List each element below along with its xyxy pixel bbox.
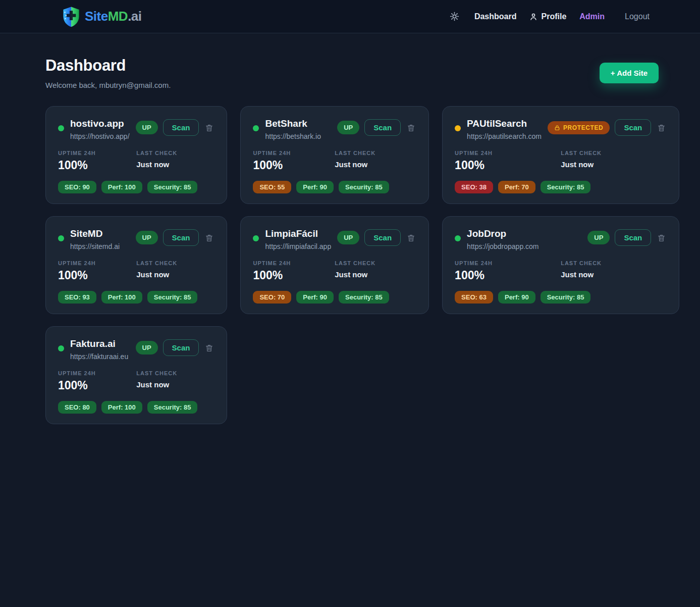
card-header: JobDrop https://jobdropapp.com UP Scan	[455, 228, 667, 250]
trash-icon	[407, 233, 415, 242]
trash-icon	[407, 123, 415, 132]
delete-site-button[interactable]	[406, 232, 416, 243]
status-dot	[58, 125, 64, 131]
uptime-stat: UPTIME 24H 100%	[455, 150, 561, 172]
card-actions: UP Scan	[136, 229, 215, 246]
scan-button[interactable]: Scan	[163, 119, 199, 136]
score-badge: Perf: 90	[296, 181, 334, 193]
protected-badge: PROTECTED	[548, 121, 610, 134]
scan-button[interactable]: Scan	[615, 119, 651, 136]
site-url: https://betshark.io	[265, 132, 331, 140]
up-status-badge: UP	[587, 231, 610, 244]
uptime-value: 100%	[455, 159, 561, 172]
nav-profile-link[interactable]: Profile	[529, 12, 566, 21]
trash-icon	[205, 123, 213, 132]
site-title-block: LimpiaFácil https://limpiafacil.app	[265, 228, 331, 250]
up-status-badge: UP	[136, 121, 158, 134]
welcome-text: Welcome back, mbutryn@gmail.com.	[45, 81, 171, 89]
trash-icon	[657, 123, 666, 132]
score-badge: Security: 85	[147, 181, 198, 193]
scan-button[interactable]: Scan	[615, 229, 651, 246]
uptime-value: 100%	[253, 159, 335, 172]
status-dot	[58, 345, 64, 351]
add-site-button[interactable]: + Add Site	[600, 63, 659, 83]
uptime-label: UPTIME 24H	[455, 260, 561, 266]
last-check-stat: LAST CHECK Just now	[136, 370, 214, 392]
uptime-value: 100%	[58, 379, 136, 392]
site-title-block: BetShark https://betshark.io	[265, 118, 331, 140]
card-header: Faktura.ai https://fakturaai.eu UP Scan	[58, 338, 214, 361]
last-check-stat: LAST CHECK Just now	[335, 150, 416, 172]
site-name: SiteMD	[70, 228, 130, 240]
score-badge: SEO: 63	[455, 291, 493, 304]
score-badges: SEO: 93Perf: 100Security: 85	[58, 291, 214, 304]
uptime-label: UPTIME 24H	[58, 260, 136, 266]
last-check-stat: LAST CHECK Just now	[136, 150, 214, 172]
nav-admin-link[interactable]: Admin	[579, 12, 605, 21]
score-badge: Perf: 90	[498, 291, 535, 304]
scan-button[interactable]: Scan	[364, 229, 401, 246]
card-actions: UP Scan	[136, 339, 215, 356]
status-dot	[455, 125, 461, 131]
site-card: Faktura.ai https://fakturaai.eu UP Scan	[45, 326, 227, 424]
scan-button[interactable]: Scan	[163, 229, 199, 246]
score-badges: SEO: 90Perf: 100Security: 85	[58, 181, 214, 193]
site-card: SiteMD https://sitemd.ai UP Scan	[45, 216, 227, 314]
card-actions: UP Scan	[587, 229, 667, 246]
site-card: hostivo.app https://hostivo.app/ UP Scan	[45, 106, 227, 204]
last-check-stat: LAST CHECK Just now	[136, 260, 214, 282]
card-actions: UP Scan	[337, 119, 416, 136]
uptime-stat: UPTIME 24H 100%	[58, 260, 136, 282]
site-url: https://sitemd.ai	[70, 242, 130, 250]
last-check-value: Just now	[136, 160, 214, 169]
brand-logo[interactable]: SiteMD.ai	[62, 6, 142, 27]
last-check-stat: LAST CHECK Just now	[561, 260, 667, 282]
score-badge: SEO: 80	[58, 401, 96, 414]
score-badge: Perf: 100	[101, 181, 142, 193]
score-badge: Security: 85	[339, 291, 389, 304]
status-dot	[253, 235, 259, 241]
up-status-badge: UP	[337, 231, 359, 244]
delete-site-button[interactable]	[406, 122, 416, 133]
last-check-label: LAST CHECK	[136, 150, 214, 156]
site-title-block: hostivo.app https://hostivo.app/	[70, 118, 130, 140]
uptime-label: UPTIME 24H	[58, 370, 136, 376]
trash-icon	[205, 233, 213, 242]
site-card-grid: hostivo.app https://hostivo.app/ UP Scan	[45, 106, 659, 424]
person-icon	[529, 13, 537, 21]
site-name: JobDrop	[467, 228, 581, 240]
score-badge: Perf: 100	[101, 291, 142, 304]
site-name: PAUtilSearch	[467, 118, 542, 130]
score-badge: Security: 85	[541, 291, 591, 304]
score-badge: Security: 85	[541, 181, 591, 193]
card-stats: UPTIME 24H 100% LAST CHECK Just now	[58, 150, 214, 172]
site-url: https://limpiafacil.app	[265, 242, 331, 250]
delete-site-button[interactable]	[656, 232, 667, 243]
last-check-value: Just now	[335, 160, 416, 169]
delete-site-button[interactable]	[204, 232, 214, 243]
delete-site-button[interactable]	[656, 122, 667, 133]
site-title-block: JobDrop https://jobdropapp.com	[467, 228, 581, 250]
scan-button[interactable]: Scan	[364, 119, 401, 136]
scan-button[interactable]: Scan	[163, 339, 199, 356]
score-badge: SEO: 90	[58, 181, 96, 193]
card-header: BetShark https://betshark.io UP Scan	[253, 118, 416, 140]
page-header: Dashboard Welcome back, mbutryn@gmail.co…	[45, 57, 659, 89]
last-check-value: Just now	[335, 270, 416, 279]
nav-logout-link[interactable]: Logout	[625, 12, 650, 21]
nav-links: Dashboard Profile Admin Logout	[450, 12, 650, 21]
site-url: https://jobdropapp.com	[467, 242, 581, 250]
score-badges: SEO: 38Perf: 70Security: 85	[455, 181, 667, 193]
score-badge: Perf: 70	[498, 181, 535, 193]
delete-site-button[interactable]	[204, 342, 214, 353]
theme-toggle-button[interactable]	[450, 12, 459, 21]
card-stats: UPTIME 24H 100% LAST CHECK Just now	[455, 150, 667, 172]
delete-site-button[interactable]	[204, 122, 214, 133]
uptime-stat: UPTIME 24H 100%	[58, 150, 136, 172]
uptime-stat: UPTIME 24H 100%	[253, 150, 335, 172]
score-badge: SEO: 38	[455, 181, 493, 193]
card-stats: UPTIME 24H 100% LAST CHECK Just now	[58, 260, 214, 282]
card-stats: UPTIME 24H 100% LAST CHECK Just now	[58, 370, 214, 392]
score-badges: SEO: 55Perf: 90Security: 85	[253, 181, 416, 193]
nav-dashboard-link[interactable]: Dashboard	[474, 12, 517, 21]
